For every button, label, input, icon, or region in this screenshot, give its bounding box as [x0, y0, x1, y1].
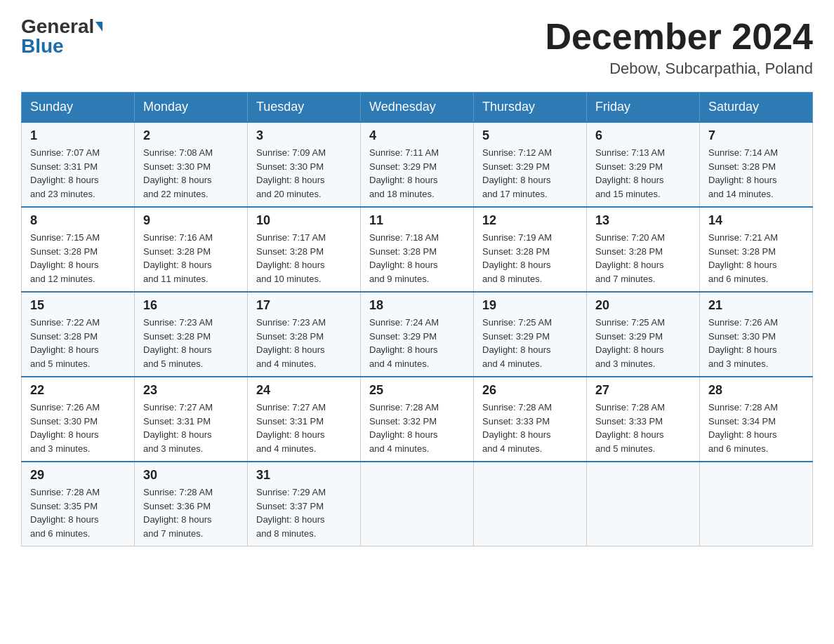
weekday-header-monday: Monday	[135, 93, 248, 123]
day-number: 19	[482, 298, 578, 313]
calendar-cell: 27Sunrise: 7:28 AMSunset: 3:33 PMDayligh…	[587, 377, 700, 462]
day-number: 6	[595, 128, 691, 143]
calendar-cell: 5Sunrise: 7:12 AMSunset: 3:29 PMDaylight…	[474, 122, 587, 207]
weekday-header-saturday: Saturday	[700, 93, 813, 123]
calendar-cell	[474, 462, 587, 546]
calendar-cell: 17Sunrise: 7:23 AMSunset: 3:28 PMDayligh…	[248, 292, 361, 377]
weekday-header-friday: Friday	[587, 93, 700, 123]
day-number: 28	[708, 383, 804, 398]
day-info: Sunrise: 7:26 AMSunset: 3:30 PMDaylight:…	[30, 402, 100, 454]
day-info: Sunrise: 7:28 AMSunset: 3:34 PMDaylight:…	[708, 402, 778, 454]
day-info: Sunrise: 7:08 AMSunset: 3:30 PMDaylight:…	[143, 147, 213, 199]
logo-blue-text: Blue	[21, 36, 64, 56]
day-number: 22	[30, 383, 126, 398]
calendar-cell: 18Sunrise: 7:24 AMSunset: 3:29 PMDayligh…	[361, 292, 474, 377]
calendar-cell: 6Sunrise: 7:13 AMSunset: 3:29 PMDaylight…	[587, 122, 700, 207]
calendar-cell: 2Sunrise: 7:08 AMSunset: 3:30 PMDaylight…	[135, 122, 248, 207]
calendar-week-row: 22Sunrise: 7:26 AMSunset: 3:30 PMDayligh…	[22, 377, 813, 462]
day-info: Sunrise: 7:27 AMSunset: 3:31 PMDaylight:…	[256, 402, 326, 454]
location-title: Debow, Subcarpathia, Poland	[545, 60, 813, 78]
logo-triangle-icon	[95, 22, 102, 32]
day-info: Sunrise: 7:28 AMSunset: 3:33 PMDaylight:…	[595, 402, 665, 454]
day-info: Sunrise: 7:25 AMSunset: 3:29 PMDaylight:…	[482, 317, 552, 369]
day-number: 30	[143, 468, 239, 483]
day-number: 23	[143, 383, 239, 398]
day-number: 21	[708, 298, 804, 313]
page-header: General Blue December 2024 Debow, Subcar…	[21, 17, 813, 78]
weekday-header-thursday: Thursday	[474, 93, 587, 123]
calendar-cell: 26Sunrise: 7:28 AMSunset: 3:33 PMDayligh…	[474, 377, 587, 462]
calendar-cell	[700, 462, 813, 546]
calendar-week-row: 1Sunrise: 7:07 AMSunset: 3:31 PMDaylight…	[22, 122, 813, 207]
calendar-week-row: 15Sunrise: 7:22 AMSunset: 3:28 PMDayligh…	[22, 292, 813, 377]
day-number: 5	[482, 128, 578, 143]
day-number: 24	[256, 383, 352, 398]
title-block: December 2024 Debow, Subcarpathia, Polan…	[545, 17, 813, 78]
calendar-cell: 11Sunrise: 7:18 AMSunset: 3:28 PMDayligh…	[361, 207, 474, 292]
calendar-cell: 13Sunrise: 7:20 AMSunset: 3:28 PMDayligh…	[587, 207, 700, 292]
day-number: 4	[369, 128, 465, 143]
day-number: 27	[595, 383, 691, 398]
calendar-cell: 20Sunrise: 7:25 AMSunset: 3:29 PMDayligh…	[587, 292, 700, 377]
day-number: 8	[30, 213, 126, 228]
calendar-cell: 14Sunrise: 7:21 AMSunset: 3:28 PMDayligh…	[700, 207, 813, 292]
calendar-cell: 29Sunrise: 7:28 AMSunset: 3:35 PMDayligh…	[22, 462, 135, 546]
day-info: Sunrise: 7:13 AMSunset: 3:29 PMDaylight:…	[595, 147, 665, 199]
calendar-cell: 3Sunrise: 7:09 AMSunset: 3:30 PMDaylight…	[248, 122, 361, 207]
day-info: Sunrise: 7:23 AMSunset: 3:28 PMDaylight:…	[256, 317, 326, 369]
calendar-cell: 22Sunrise: 7:26 AMSunset: 3:30 PMDayligh…	[22, 377, 135, 462]
month-title: December 2024	[545, 17, 813, 57]
day-info: Sunrise: 7:11 AMSunset: 3:29 PMDaylight:…	[369, 147, 439, 199]
day-number: 10	[256, 213, 352, 228]
weekday-header-row: SundayMondayTuesdayWednesdayThursdayFrid…	[22, 93, 813, 123]
day-number: 2	[143, 128, 239, 143]
day-number: 17	[256, 298, 352, 313]
day-info: Sunrise: 7:16 AMSunset: 3:28 PMDaylight:…	[143, 232, 213, 284]
day-number: 9	[143, 213, 239, 228]
day-info: Sunrise: 7:21 AMSunset: 3:28 PMDaylight:…	[708, 232, 778, 284]
calendar-cell: 23Sunrise: 7:27 AMSunset: 3:31 PMDayligh…	[135, 377, 248, 462]
day-info: Sunrise: 7:15 AMSunset: 3:28 PMDaylight:…	[30, 232, 100, 284]
weekday-header-sunday: Sunday	[22, 93, 135, 123]
day-number: 12	[482, 213, 578, 228]
day-number: 18	[369, 298, 465, 313]
day-number: 15	[30, 298, 126, 313]
calendar-cell: 30Sunrise: 7:28 AMSunset: 3:36 PMDayligh…	[135, 462, 248, 546]
day-number: 11	[369, 213, 465, 228]
day-number: 13	[595, 213, 691, 228]
logo: General Blue	[21, 17, 102, 56]
calendar-cell: 12Sunrise: 7:19 AMSunset: 3:28 PMDayligh…	[474, 207, 587, 292]
weekday-header-wednesday: Wednesday	[361, 93, 474, 123]
day-info: Sunrise: 7:26 AMSunset: 3:30 PMDaylight:…	[708, 317, 778, 369]
calendar-cell: 8Sunrise: 7:15 AMSunset: 3:28 PMDaylight…	[22, 207, 135, 292]
day-info: Sunrise: 7:22 AMSunset: 3:28 PMDaylight:…	[30, 317, 100, 369]
day-info: Sunrise: 7:19 AMSunset: 3:28 PMDaylight:…	[482, 232, 552, 284]
calendar-cell: 4Sunrise: 7:11 AMSunset: 3:29 PMDaylight…	[361, 122, 474, 207]
calendar-cell	[361, 462, 474, 546]
calendar-cell: 24Sunrise: 7:27 AMSunset: 3:31 PMDayligh…	[248, 377, 361, 462]
calendar-cell: 19Sunrise: 7:25 AMSunset: 3:29 PMDayligh…	[474, 292, 587, 377]
calendar-week-row: 8Sunrise: 7:15 AMSunset: 3:28 PMDaylight…	[22, 207, 813, 292]
day-number: 31	[256, 468, 352, 483]
day-number: 14	[708, 213, 804, 228]
day-info: Sunrise: 7:07 AMSunset: 3:31 PMDaylight:…	[30, 147, 100, 199]
calendar-cell: 28Sunrise: 7:28 AMSunset: 3:34 PMDayligh…	[700, 377, 813, 462]
day-number: 16	[143, 298, 239, 313]
calendar-cell: 10Sunrise: 7:17 AMSunset: 3:28 PMDayligh…	[248, 207, 361, 292]
day-info: Sunrise: 7:28 AMSunset: 3:33 PMDaylight:…	[482, 402, 552, 454]
day-info: Sunrise: 7:27 AMSunset: 3:31 PMDaylight:…	[143, 402, 213, 454]
day-info: Sunrise: 7:25 AMSunset: 3:29 PMDaylight:…	[595, 317, 665, 369]
weekday-header-tuesday: Tuesday	[248, 93, 361, 123]
day-info: Sunrise: 7:23 AMSunset: 3:28 PMDaylight:…	[143, 317, 213, 369]
calendar-week-row: 29Sunrise: 7:28 AMSunset: 3:35 PMDayligh…	[22, 462, 813, 546]
day-info: Sunrise: 7:18 AMSunset: 3:28 PMDaylight:…	[369, 232, 439, 284]
day-info: Sunrise: 7:29 AMSunset: 3:37 PMDaylight:…	[256, 487, 326, 539]
day-number: 1	[30, 128, 126, 143]
calendar-table: SundayMondayTuesdayWednesdayThursdayFrid…	[21, 92, 813, 546]
calendar-cell: 1Sunrise: 7:07 AMSunset: 3:31 PMDaylight…	[22, 122, 135, 207]
day-info: Sunrise: 7:17 AMSunset: 3:28 PMDaylight:…	[256, 232, 326, 284]
calendar-cell: 16Sunrise: 7:23 AMSunset: 3:28 PMDayligh…	[135, 292, 248, 377]
calendar-cell: 31Sunrise: 7:29 AMSunset: 3:37 PMDayligh…	[248, 462, 361, 546]
day-info: Sunrise: 7:28 AMSunset: 3:35 PMDaylight:…	[30, 487, 100, 539]
day-number: 29	[30, 468, 126, 483]
